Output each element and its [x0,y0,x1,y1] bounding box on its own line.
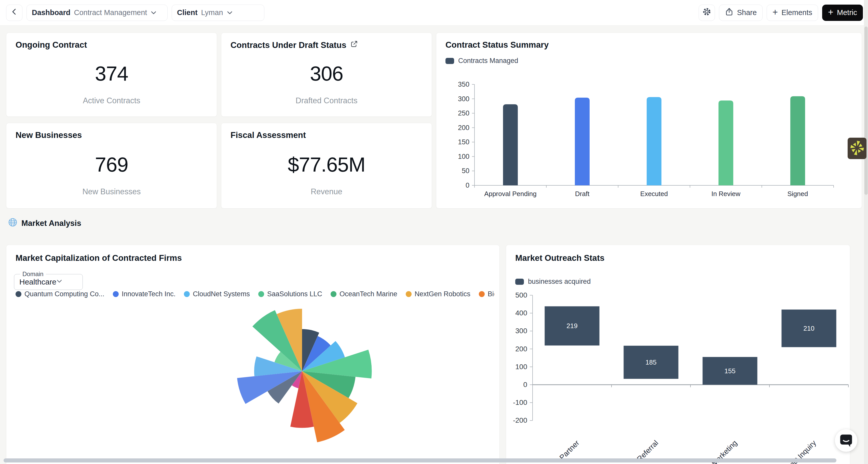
metric-button-label: Metric [837,8,857,17]
dashboard-select-label: Dashboard [32,8,70,17]
elements-button-label: Elements [781,8,812,17]
chevron-down-icon [151,8,157,17]
bar-signed[interactable] [790,96,805,185]
legend-label: InnovateTech Inc. [122,290,176,298]
client-select[interactable]: Client Lyman [172,5,265,21]
stat-subtitle: Drafted Contracts [296,96,358,105]
legend-dot [184,291,190,297]
legend-item-innovatetech-inc-[interactable]: InnovateTech Inc. [113,290,176,298]
legend-item-biohealth-sol[interactable]: BioHealth Sol [479,290,494,298]
market-capitalization-card: Market Capitalization of Contracted Firm… [6,245,500,464]
chart-title: Market Outreach Stats [515,253,604,263]
legend-dot [479,291,485,297]
contract-status-summary-card: Contract Status Summary Contracts Manage… [436,33,862,208]
svg-text:350: 350 [458,81,469,88]
market-analysis-section-header: Market Analysis [8,217,81,229]
chat-launcher-button[interactable] [835,429,857,452]
topbar: Dashboard Contract Management Client Lym… [0,0,868,26]
market-cap-rose-chart[interactable] [205,274,399,464]
bar-draft[interactable] [575,98,590,185]
legend-item-quantum-computing-co-[interactable]: Quantum Computing Co... [16,290,104,298]
svg-text:-100: -100 [513,399,527,406]
legend-swatch [445,58,454,64]
gear-icon [702,7,711,18]
card-title: New Businesses [16,130,82,140]
stat-block: $77.65M Revenue [221,151,432,198]
topbar-right-group: Share + Elements + Metric [699,5,863,21]
add-metric-button[interactable]: + Metric [822,5,863,21]
domain-select-label: Domain [20,270,46,278]
chart-title: Contract Status Summary [445,40,549,50]
bar-executed[interactable] [647,97,661,185]
settings-button[interactable] [699,5,715,21]
card-title: Fiscal Assessment [230,130,306,140]
chevron-down-icon [56,280,62,285]
stat-value: 769 [95,153,128,176]
share-icon [725,7,734,18]
svg-text:100: 100 [515,363,527,371]
back-button[interactable] [6,5,23,21]
stat-block: 769 New Businesses [6,151,217,198]
market-outreach-bar-chart[interactable]: -200-1000100200300400500219Partner185Ref… [506,286,850,464]
svg-text:0: 0 [523,381,527,388]
stat-block: 374 Active Contracts [6,61,217,106]
dashboard-select[interactable]: Dashboard Contract Management [27,5,167,21]
add-elements-button[interactable]: + Elements [767,5,818,21]
bar-in-review[interactable] [718,100,733,185]
legend-label: NextGen Robotics [415,290,470,298]
svg-text:250: 250 [458,109,469,117]
card-title: Contracts Under Draft Status [230,40,346,50]
chat-bubble-smile-icon [838,432,854,449]
external-link-icon[interactable] [350,40,358,50]
legend-dot [113,291,119,297]
svg-text:185: 185 [645,358,656,366]
stat-block: 306 Drafted Contracts [221,61,432,106]
svg-text:300: 300 [458,95,469,103]
globe-icon [8,217,18,229]
floating-logo-button[interactable] [848,138,866,159]
legend-dot [16,291,21,297]
legend-item-contracts-managed[interactable]: Contracts Managed [445,57,518,65]
svg-text:200: 200 [515,345,527,353]
svg-text:-200: -200 [513,416,527,424]
share-button-label: Share [737,8,757,17]
plus-icon: + [828,8,833,17]
legend-item-businesses-acquired[interactable]: businesses acquired [515,278,591,286]
svg-text:Partner: Partner [558,438,581,461]
svg-text:50: 50 [462,167,469,175]
svg-text:Approval Pending: Approval Pending [484,190,536,198]
ongoing-contract-card: Ongoing Contract 374 Active Contracts [6,33,217,117]
card-title: Ongoing Contract [16,40,87,50]
svg-text:210: 210 [803,324,814,332]
chevron-down-icon [227,8,233,17]
contracts-under-draft-card: Contracts Under Draft Status 306 Drafted… [221,33,432,117]
stat-value: $77.65M [288,153,365,176]
svg-text:500: 500 [515,291,527,299]
horizontal-scrollbar-thumb[interactable] [4,458,836,462]
legend-label: businesses acquired [528,278,591,286]
vertical-scrollbar-thumb[interactable] [864,27,868,195]
svg-text:155: 155 [724,367,735,375]
section-title: Market Analysis [21,219,81,228]
svg-text:400: 400 [515,309,527,317]
svg-text:0: 0 [466,181,469,189]
topbar-left-group: Dashboard Contract Management Client Lym… [6,5,265,21]
stat-subtitle: Revenue [311,187,342,196]
vertical-scrollbar[interactable] [864,0,868,464]
svg-text:Executed: Executed [640,190,668,198]
legend-item-nextgen-robotics[interactable]: NextGen Robotics [406,290,470,298]
asterisk-burst-icon [850,141,864,156]
svg-text:150: 150 [458,138,469,146]
chart-title: Market Capitalization of Contracted Firm… [16,253,182,263]
stat-value: 374 [95,62,128,85]
legend-label: Quantum Computing Co... [25,290,104,298]
card-title-row: Contracts Under Draft Status [230,40,358,50]
share-button[interactable]: Share [719,5,763,21]
bar-approval-pending[interactable] [503,104,518,185]
contract-status-bar-chart[interactable]: 050100150200250300350Approval PendingDra… [452,77,859,207]
rose-slice-10[interactable] [237,371,302,404]
market-outreach-card: Market Outreach Stats businesses acquire… [506,245,850,464]
svg-text:In Review: In Review [711,190,740,198]
new-businesses-card: New Businesses 769 New Businesses [6,123,217,208]
svg-text:200: 200 [458,124,469,132]
